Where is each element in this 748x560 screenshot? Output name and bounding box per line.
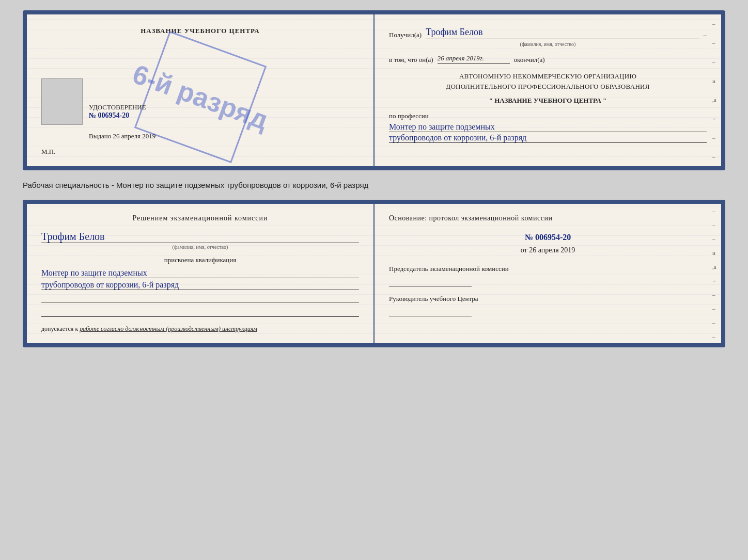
poluchil-dash: – <box>704 31 707 39</box>
bottom-underline-2 <box>41 307 359 317</box>
cert-right-panel: Получил(а) Трофим Белов – (фамилия, имя,… <box>375 14 721 166</box>
margin-mark: ← <box>712 116 718 122</box>
udost-title: УДОСТОВЕРЕНИЕ <box>89 103 146 111</box>
sig-line-predsed <box>389 276 472 286</box>
bottom-name: Трофим Белов <box>41 231 359 243</box>
vtomchto-label: в том, что он(а) <box>389 56 433 64</box>
right-margin-marks: – – – и ,а ← – – <box>712 14 718 166</box>
fio-small-right: (фамилия, имя, отчество) <box>389 41 707 47</box>
bottom-card: Решением экзаменационной комиссии Трофим… <box>23 200 725 347</box>
certificate-card: НАЗВАНИЕ УЧЕБНОГО ЦЕНТРА 6-й разряд УДОС… <box>23 10 725 170</box>
photo-placeholder <box>41 78 83 125</box>
osnov-date: от 26 апреля 2019 <box>389 246 707 254</box>
dopusk-label: допускается к <box>41 325 78 332</box>
bottom-left-panel: Решением экзаменационной комиссии Трофим… <box>27 204 375 343</box>
specialty-text: Рабочая специальность - Монтер по защите… <box>23 180 725 190</box>
udost-block: УДОСТОВЕРЕНИЕ № 006954-20 <box>89 103 146 120</box>
margin-mark: – <box>712 40 718 46</box>
profession-line2: трубопроводов от коррозии, 6-й разряд <box>389 133 707 143</box>
margin-mark: и <box>712 78 718 84</box>
vydano-label: Выдано <box>89 132 111 140</box>
cert-left-panel: НАЗВАНИЕ УЧЕБНОГО ЦЕНТРА 6-й разряд УДОС… <box>27 14 375 166</box>
predsed-block: Председатель экзаменационной комиссии <box>389 265 707 273</box>
bottom-fio-small: (фамилия, имя, отчество) <box>41 244 359 250</box>
bottom-prisvoena: присвоена квалификация <box>41 256 359 264</box>
margin-mark: – <box>712 21 718 27</box>
bottom-qual-line2: трубопроводов от коррозии, 6-й разряд <box>41 280 359 290</box>
ot-date: 26 апреля 2019 <box>529 246 575 254</box>
vydano-block: Выдано 26 апреля 2019 <box>89 132 155 140</box>
margin-mark: – <box>712 222 718 228</box>
margin-mark: – <box>712 236 718 242</box>
stamp-container: 6-й разряд <box>138 45 262 149</box>
dopusk-italic: работе согласно должностным (производств… <box>80 325 257 332</box>
margin-mark: – <box>712 333 718 340</box>
bottom-dopuskaetsya: допускается к работе согласно должностны… <box>41 325 359 333</box>
ot-label: от <box>521 246 527 254</box>
udost-number: № 006954-20 <box>89 111 146 120</box>
org-line1: АВТОНОМНУЮ НЕКОММЕРЧЕСКУЮ ОРГАНИЗАЦИЮ <box>389 71 707 82</box>
margin-mark: – <box>712 135 718 141</box>
poluchil-label: Получил(а) <box>389 31 422 39</box>
poluchil-row: Получил(а) Трофим Белов – <box>389 27 707 39</box>
sig-line-rukov <box>389 306 472 316</box>
bottom-right-panel: Основание: протокол экзаменационной коми… <box>375 204 721 343</box>
bottom-right-margin-marks: – – – и ,а ← – – – – <box>712 204 718 343</box>
osnov-title: Основание: протокол экзаменационной коми… <box>389 214 707 222</box>
margin-mark: ← <box>712 278 718 284</box>
vtomchto-okonchil: окончил(а) <box>514 56 545 64</box>
org-block: АВТОНОМНУЮ НЕКОММЕРЧЕСКУЮ ОРГАНИЗАЦИЮ ДО… <box>389 71 707 91</box>
margin-mark: и <box>712 250 718 256</box>
bottom-qual-line1: Монтер по защите подземных <box>41 268 359 278</box>
mp-block: М.П. <box>41 148 55 156</box>
vtomchto-date: 26 апреля 2019г. <box>438 54 510 64</box>
bottom-section-title: Решением экзаменационной комиссии <box>41 214 359 222</box>
margin-mark: ,а <box>712 97 718 103</box>
org-name: " НАЗВАНИЕ УЧЕБНОГО ЦЕНТРА " <box>389 97 707 105</box>
rukov-block: Руководитель учебного Центра <box>389 295 707 303</box>
margin-mark: – <box>712 154 718 160</box>
margin-mark: – <box>712 208 718 214</box>
margin-mark: ,а <box>712 264 718 270</box>
vtomchto-row: в том, что он(а) 26 апреля 2019г. окончи… <box>389 54 707 64</box>
bottom-underline-1 <box>41 292 359 302</box>
vydano-date: 26 апреля 2019 <box>113 132 156 140</box>
poluchil-name: Трофим Белов <box>426 27 699 39</box>
margin-mark: – <box>712 59 718 65</box>
margin-mark: – <box>712 292 718 298</box>
osnov-number: № 006954-20 <box>389 233 707 242</box>
po-professii-label: по профессии <box>389 112 707 120</box>
margin-mark: – <box>712 306 718 312</box>
org-line2: ДОПОЛНИТЕЛЬНОГО ПРОФЕССИОНАЛЬНОГО ОБРАЗО… <box>389 82 707 92</box>
margin-mark: – <box>712 319 718 326</box>
profession-line1: Монтер по защите подземных <box>389 122 707 132</box>
cert-left-title: НАЗВАНИЕ УЧЕБНОГО ЦЕНТРА <box>141 27 260 35</box>
